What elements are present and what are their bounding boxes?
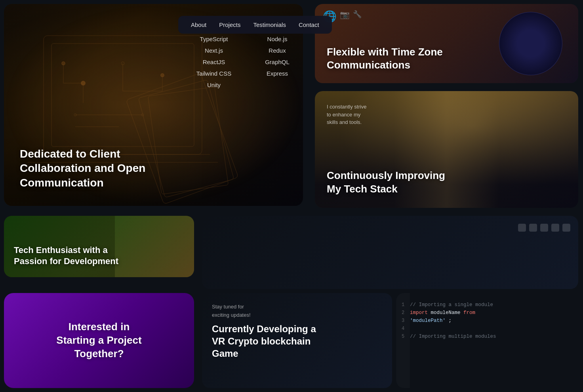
card-tech-enthusiast-title: Tech Enthusiast with a Passion for Devel… [14, 245, 133, 267]
card-cta-title: Interested in Starting a Project Togethe… [51, 320, 147, 360]
line-num-3: 3 [402, 317, 404, 325]
card-code: 1 2 3 4 5 // Importing a single module i… [396, 293, 579, 388]
dot-1 [518, 224, 526, 232]
line-num-2: 2 [402, 309, 404, 317]
code-line-2: import moduleName from [410, 309, 573, 317]
code-line-numbers: 1 2 3 4 5 [396, 293, 410, 388]
tech-typescript: TypeScript [194, 36, 234, 42]
nav-testimonials[interactable]: Testimonials [253, 21, 286, 28]
tech-express: Express [257, 70, 297, 77]
decorative-circle [499, 12, 562, 75]
tech-nextjs: Next.js [194, 47, 234, 54]
card-vr-title: Currently Developing a VR Crypto blockch… [212, 323, 323, 360]
card-tech-enthusiast: Tech Enthusiast with a Passion for Devel… [4, 216, 194, 277]
tech-unity: Unity [194, 82, 234, 88]
card-vr-stay-tuned: Stay tuned forexciting updates! [212, 303, 382, 320]
svg-point-22 [81, 81, 86, 86]
code-line-1: // Importing a single module [410, 301, 573, 309]
dot-3 [540, 224, 548, 232]
svg-point-23 [61, 61, 65, 65]
dot-4 [551, 224, 559, 232]
nav-about[interactable]: About [191, 21, 206, 28]
tools-icon: 🔧 [353, 10, 362, 23]
dot-5 [562, 224, 570, 232]
tech-reactjs: ReactJS [194, 59, 234, 65]
tech-row-5: Unity [194, 82, 297, 88]
svg-point-24 [160, 73, 164, 77]
line-num-5: 5 [402, 333, 404, 341]
tech-redux: Redux [257, 47, 297, 54]
tech-graphql: GraphQL [257, 59, 297, 65]
tech-row-3: ReactJS GraphQL [194, 59, 297, 65]
code-line-5: // Importing multiple modules [410, 333, 573, 341]
code-content: // Importing a single module import modu… [410, 301, 573, 341]
tech-row-2: Next.js Redux [194, 47, 297, 54]
card-tech-stack-title: Continuously Improving My Tech Stack [327, 169, 461, 196]
card-cta[interactable]: Interested in Starting a Project Togethe… [4, 293, 194, 388]
card-timezone: 🌐 📷 🔧 Flexible with Time Zone Communicat… [315, 4, 578, 83]
navbar: About Projects Testimonials Contact [178, 16, 332, 34]
tech-tailwind: Tailwind CSS [194, 70, 234, 77]
line-num-4: 4 [402, 325, 404, 333]
nav-projects[interactable]: Projects [219, 21, 240, 28]
line-num-1: 1 [402, 301, 404, 309]
card-collaboration-title: Dedicated to Client Collaboration and Op… [20, 147, 170, 190]
card-vr-game: Stay tuned forexciting updates! Currentl… [202, 293, 392, 388]
tech-row-4: Tailwind CSS Express [194, 70, 297, 77]
tech-tags-list: TypeScript Node.js Next.js Redux ReactJS… [194, 36, 297, 88]
card-upper-right-bottom [202, 216, 578, 289]
nav-contact[interactable]: Contact [299, 21, 319, 28]
card-timezone-title: Flexible with Time Zone Communications [327, 46, 465, 71]
code-line-4 [410, 325, 573, 333]
card-tech-stack-subtitle: I constantly striveto enhance myskills a… [327, 103, 366, 126]
dot-2 [529, 224, 537, 232]
card-collaboration: Dedicated to Client Collaboration and Op… [4, 4, 303, 206]
camera-icon: 📷 [340, 10, 350, 23]
thumbnail-dots [518, 224, 570, 232]
card-tech-stack: I constantly striveto enhance myskills a… [315, 91, 578, 208]
tech-row-1: TypeScript Node.js [194, 36, 297, 42]
tech-nodejs: Node.js [257, 36, 297, 42]
code-line-3: 'modulePath' ; [410, 317, 573, 325]
